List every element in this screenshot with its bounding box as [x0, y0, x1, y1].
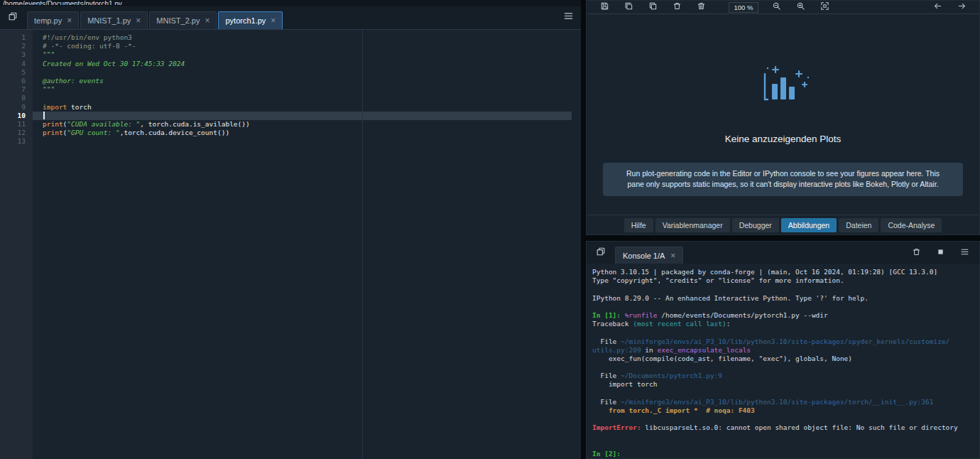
code-segment: Created on Wed Oct 30 17:45:33 2024: [43, 60, 185, 68]
console-tab[interactable]: Konsole 1/A ×: [615, 247, 683, 264]
save-all-button[interactable]: [616, 1, 641, 13]
code-segment: "GPU count: ": [67, 129, 119, 136]
editor-tab-pytorch1-py[interactable]: pytorch1.py×: [218, 11, 283, 29]
code-editor: 12345678910111213 #!/usr/bin/env python3…: [0, 30, 581, 459]
pane-tab-dateien[interactable]: Dateien: [839, 218, 878, 232]
editor-tab-mnist-2-py[interactable]: MNIST_2.py×: [149, 11, 217, 29]
close-icon[interactable]: ×: [205, 16, 209, 25]
code-line: [43, 68, 581, 77]
options-menu-button[interactable]: [952, 247, 976, 259]
text-cursor: [43, 112, 45, 119]
editor-options-button[interactable]: [560, 9, 577, 26]
console-segment: ~/Documents/pytorch1.py:9: [621, 372, 722, 379]
vertical-splitter[interactable]: [581, 0, 586, 459]
plots-empty-state: Keine anzuzeigenden Plots Run plot-gener…: [587, 14, 979, 215]
close-icon[interactable]: ×: [670, 252, 675, 260]
console-line: In [2]:: [592, 450, 979, 458]
column-edge-line: [362, 30, 363, 459]
line-number[interactable]: 8: [0, 94, 26, 102]
zoom-out-icon: [772, 1, 781, 14]
line-number[interactable]: 5: [0, 68, 26, 77]
editor-tab-mnist-1-py[interactable]: MNIST_1.py×: [80, 11, 148, 29]
copy-button[interactable]: [641, 1, 665, 13]
console-actions: [904, 247, 976, 259]
remove-icon: [912, 247, 921, 259]
horizontal-splitter[interactable]: [586, 235, 980, 241]
options-menu-icon: [960, 247, 969, 259]
code-line: # -*- coding: utf-8 -*-: [43, 42, 581, 50]
console-line: [592, 285, 979, 293]
code-line: #!/usr/bin/env python3: [43, 33, 581, 42]
zoom-out-button[interactable]: [764, 1, 788, 13]
code-line: print("CUDA available: ", torch.cuda.is_…: [43, 120, 581, 129]
console-line: exec_fun(compile(code_ast, filename, "ex…: [592, 355, 979, 363]
code-segment: import: [43, 103, 67, 111]
remove-button[interactable]: [904, 247, 928, 259]
line-number[interactable]: 3: [0, 50, 26, 59]
code-line: """: [43, 85, 581, 94]
console-line: File ~/miniforge3/envs/ai_P3_10/lib/pyth…: [592, 338, 979, 346]
line-number[interactable]: 12: [0, 129, 26, 137]
interrupt-button[interactable]: [928, 247, 952, 259]
plots-toolbar: 100 %: [587, 1, 979, 14]
console-line: [592, 415, 979, 423]
close-icon[interactable]: ×: [136, 16, 141, 25]
line-number[interactable]: 1: [0, 33, 26, 42]
console-segment: File: [592, 398, 621, 406]
pane-tab-debugger[interactable]: Debugger: [732, 218, 779, 232]
console-line: [592, 303, 979, 311]
code-area[interactable]: #!/usr/bin/env python3# -*- coding: utf-…: [33, 30, 581, 459]
save-button[interactable]: [592, 1, 616, 13]
line-number[interactable]: 7: [0, 85, 26, 94]
next-button[interactable]: [949, 1, 974, 13]
remove-button[interactable]: [665, 1, 689, 13]
pane-tab-hilfe[interactable]: Hilfe: [624, 218, 653, 232]
console-line: ImportError: libcusparseLt.so.0: cannot …: [592, 423, 979, 432]
console-line: [592, 363, 979, 372]
pane-tab-variablenmanager[interactable]: Variablenmanager: [655, 218, 730, 232]
console-browse-tabs-button[interactable]: [592, 244, 609, 261]
tab-label: MNIST_2.py: [156, 16, 200, 25]
previous-button[interactable]: [925, 1, 949, 13]
menubar-clipped: /home/events/Documents/pytorch1.py: [0, 0, 581, 6]
console-line: In [1]: %runfile /home/events/Documents/…: [592, 311, 979, 320]
console-line: Type "copyright", "credits" or "license"…: [592, 276, 979, 285]
code-line: import torch: [43, 103, 581, 112]
code-segment: print: [43, 129, 63, 136]
line-number[interactable]: 9: [0, 103, 26, 112]
code-line: [43, 137, 581, 146]
console-segment: :: [726, 320, 731, 328]
editor-tab-bar: temp.py×MNIST_1.py×MNIST_2.py×pytorch1.p…: [0, 6, 581, 30]
line-number[interactable]: 2: [0, 42, 26, 50]
remove-all-button[interactable]: [689, 1, 713, 13]
code-segment: , torch.cuda.is_avilable()): [140, 120, 249, 128]
close-icon[interactable]: ×: [67, 16, 72, 25]
line-number-gutter: 12345678910111213: [0, 30, 33, 459]
close-icon[interactable]: ×: [271, 16, 276, 25]
console-line: [592, 328, 979, 337]
zoom-in-button[interactable]: [788, 1, 812, 13]
console-line: [592, 389, 979, 398]
console-segment: libcusparseLt.so.0: cannot open shared o…: [641, 423, 958, 431]
code-line: [43, 112, 581, 120]
pane-tab-code-analyse[interactable]: Code-Analyse: [881, 218, 942, 232]
code-line: [43, 94, 581, 102]
console-segment: exec_fun(compile(code_ast, filename, "ex…: [592, 355, 852, 362]
line-number[interactable]: 11: [0, 120, 26, 129]
console-segment: %runfile: [625, 311, 658, 319]
fit-to-window-button[interactable]: [812, 1, 837, 13]
zoom-level-select[interactable]: 100 %: [729, 2, 758, 13]
line-number[interactable]: 10: [0, 112, 26, 120]
console-segment: /home/events/Documents/pytorch1.py --wdi…: [658, 311, 828, 319]
console-segment: ~/miniforge3/envs/ai_P3_10/lib/python3.1…: [621, 398, 933, 406]
code-line: @author: events: [43, 77, 581, 85]
line-number[interactable]: 13: [0, 137, 26, 146]
previous-icon: [933, 1, 942, 14]
console-output[interactable]: Python 3.10.15 | packaged by conda-forge…: [587, 264, 979, 458]
console-segment: exec_encapsulate_locals: [658, 346, 751, 354]
pane-tab-abbildungen[interactable]: Abbildungen: [781, 218, 837, 232]
line-number[interactable]: 6: [0, 77, 26, 85]
line-number[interactable]: 4: [0, 60, 26, 68]
editor-tab-temp-py[interactable]: temp.py×: [27, 11, 79, 29]
browse-tabs-button[interactable]: [4, 9, 21, 26]
